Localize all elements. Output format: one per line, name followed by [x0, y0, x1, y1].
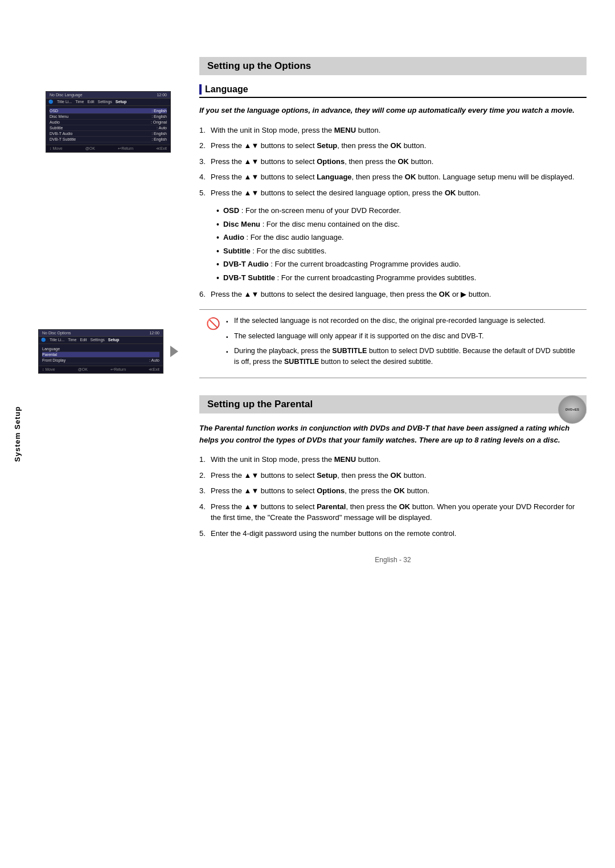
language-header: Language: [199, 84, 587, 98]
screen1-nav: 🔵 Title Li... Time Edit Settings Setup: [46, 99, 170, 106]
screen2-footer-exit: ≪Exit: [149, 367, 159, 372]
screen1-row-0-label: OSD: [50, 109, 58, 113]
screen1-row-4-label: DVB-T Audio: [50, 132, 72, 136]
screen1-row-5-label: DVB-T Subtitle: [50, 137, 76, 141]
step-2: 2. Press the ▲▼ buttons to select Setup,…: [199, 140, 587, 152]
screen1-header: No Disc Language 12:00: [46, 92, 170, 99]
step-6: 6. Press the ▲▼ buttons to select the de…: [199, 289, 587, 300]
screen1-footer-exit: ≪Exit: [156, 146, 167, 151]
notes-box: 🚫 If the selected language is not record…: [199, 309, 587, 378]
step4-bold1: Language: [317, 173, 351, 181]
screen1-row-0: OSD : English: [50, 108, 167, 114]
parental-step-1: 1. With the unit in Stop mode, press the…: [199, 454, 587, 465]
language-subsection: Language If you set the language options…: [199, 84, 587, 378]
bullet-dvbt-subtitle: DVB-T Subtitle : For the current broadca…: [216, 272, 587, 284]
screen1-row-4: DVB-T Audio : English: [50, 131, 167, 137]
screen1-row-1-value: : English: [151, 114, 167, 118]
bullet-osd: OSD : For the on-screen menu of your DVD…: [216, 205, 587, 216]
step3-bold1: Options: [317, 157, 345, 166]
step-4: 4. Press the ▲▼ buttons to select Langua…: [199, 171, 587, 183]
screen2-footer: ↕ Move @OK ↩Return ≪Exit: [39, 366, 163, 373]
step2-bold2: OK: [391, 141, 402, 150]
step-3: 3. Press the ▲▼ buttons to select Option…: [199, 156, 587, 167]
left-column: No Disc Language 12:00 🔵 Title Li... Tim…: [34, 34, 182, 834]
section1-title: Setting up the Options: [199, 57, 587, 75]
screen1-row-1-label: Disc Menu: [50, 114, 68, 118]
step6-list: 6. Press the ▲▼ buttons to select the de…: [199, 289, 587, 300]
screen2-nav-setup: Setup: [108, 338, 119, 342]
bullet-subtitle: Subtitle : For the disc subtitles.: [216, 245, 587, 257]
screen2-nav-edit: Edit: [80, 338, 87, 342]
parental-intro-text: The Parental function works in conjuncti…: [199, 424, 569, 444]
parental-step-3: 3. Press the ▲▼ buttons to select Option…: [199, 485, 587, 497]
parental-step-2: 2. Press the ▲▼ buttons to select Setup,…: [199, 470, 587, 481]
pstep1-bold: MENU: [334, 455, 356, 464]
screen2-row-1: Parental: [42, 352, 159, 358]
step4-bold2: OK: [405, 173, 416, 181]
screen1-mockup: No Disc Language 12:00 🔵 Title Li... Tim…: [46, 91, 171, 153]
screen1-row-3-value: : Auto: [157, 126, 167, 130]
screen2-container: No Disc Options 12:00 🔵 Title Li... Time…: [38, 329, 178, 374]
screen2-footer-return: ↩Return: [110, 367, 126, 372]
page-number: English - 32: [199, 556, 587, 564]
blue-bar-1: [199, 84, 202, 95]
step6-bold1: OK: [439, 290, 450, 298]
parental-steps: 1. With the unit in Stop mode, press the…: [199, 454, 587, 539]
step2-bold1: Setup: [317, 141, 337, 150]
parental-intro: The Parental function works in conjuncti…: [199, 423, 587, 447]
screen1-nav-edit: Edit: [88, 100, 95, 104]
screen1-nav-1: 🔵: [48, 100, 54, 104]
pstep4-bold2: OK: [399, 502, 411, 511]
pstep3-bold2: OK: [393, 486, 405, 495]
section2: Setting up the Parental DVD+ES The Paren…: [199, 395, 587, 539]
screen2-footer-move: ↕ Move: [42, 367, 55, 372]
screen1-row-3-label: Subtitle: [50, 126, 63, 130]
step5-bold: OK: [445, 189, 456, 197]
screen2-row-2: Front Display : Auto: [42, 358, 159, 363]
screen1-nav-setup: Setup: [116, 100, 126, 104]
screen2-nav: 🔵 Title Li... Time Edit Settings Setup: [39, 337, 163, 344]
step1-bold: MENU: [334, 126, 356, 134]
screen1-time: 12:00: [157, 93, 167, 97]
parental-step-5: 5. Enter the 4-digit password using the …: [199, 528, 587, 539]
screen1-row-4-value: : English: [151, 132, 167, 136]
language-intro-text: If you set the language options, in adva…: [199, 106, 575, 114]
pstep2-bold2: OK: [391, 471, 402, 480]
screen2-row-2-label: Front Display: [42, 358, 65, 362]
screen1-row-5: DVB-T Subtitle : English: [50, 137, 167, 142]
bullet-dvbt-audio: DVB-T Audio : For the current broadcasti…: [216, 259, 587, 270]
screen2-row-0-label: Language: [42, 347, 60, 351]
screen1-content: OSD : English Disc Menu : English Audio …: [46, 106, 170, 145]
language-steps: 1. With the unit in Stop mode, press the…: [199, 125, 587, 199]
screen1-footer-move: ↕ Move: [50, 146, 63, 151]
note-icon: 🚫: [206, 317, 220, 372]
screen2-time: 12:00: [149, 331, 159, 335]
screen2-mockup: No Disc Options 12:00 🔵 Title Li... Time…: [38, 329, 163, 374]
step-1: 1. With the unit in Stop mode, press the…: [199, 125, 587, 136]
screen2-row-0: Language: [42, 346, 159, 352]
screen1-nav-title: Title Li...: [57, 100, 72, 104]
screen2-nav-settings: Settings: [91, 338, 105, 342]
screen1-footer-ok: @OK: [85, 146, 95, 151]
screen1-footer-return: ↩Return: [118, 146, 133, 151]
arrow-right-indicator: [170, 346, 178, 357]
section2-title: Setting up the Parental: [199, 395, 587, 413]
pstep3-bold1: Options: [317, 486, 345, 495]
section1: Setting up the Options Language If you s…: [199, 57, 587, 378]
language-title: Language: [205, 84, 248, 95]
step-5: 5. Press the ▲▼ buttons to select the de…: [199, 187, 587, 199]
language-intro: If you set the language options, in adva…: [199, 105, 587, 117]
screen2-content: Language Parental Front Display : Auto: [39, 344, 163, 366]
dvd-logo-text: DVD+ES: [565, 408, 579, 411]
language-bullets: OSD : For the on-screen menu of your DVD…: [216, 205, 587, 283]
dvd-logo: DVD+ES: [558, 395, 587, 424]
screen1-nav-time: Time: [75, 100, 84, 104]
screen1-title: No Disc Language: [50, 93, 83, 97]
bullet-discmenu: Disc Menu : For the disc menu contained …: [216, 219, 587, 230]
screen1-footer: ↕ Move @OK ↩Return ≪Exit: [46, 145, 170, 152]
screen2-with-arrow: No Disc Options 12:00 🔵 Title Li... Time…: [38, 329, 178, 374]
sidebar: System Setup: [0, 34, 34, 834]
pstep2-bold1: Setup: [317, 471, 337, 480]
screen1-row-1: Disc Menu : English: [50, 114, 167, 120]
screen2-nav-title: Title Li...: [50, 338, 64, 342]
